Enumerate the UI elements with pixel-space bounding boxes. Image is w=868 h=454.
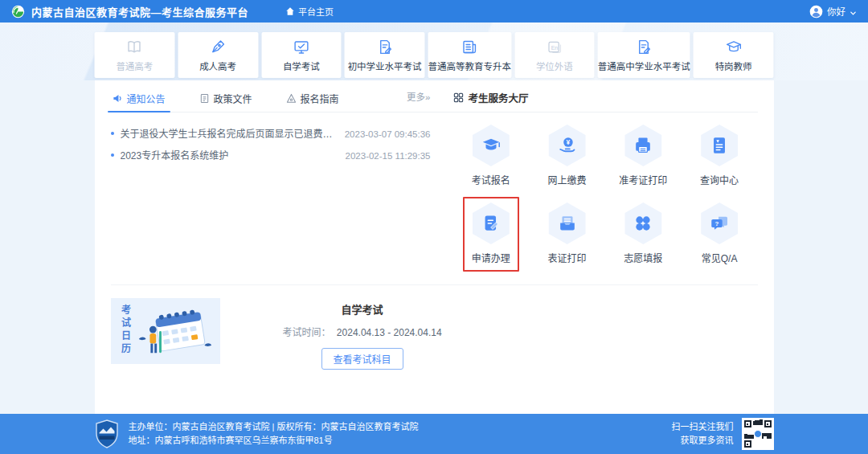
service-hall: 考试报名 ¥ 网上缴费 准考证打印 查询中心 申请办理 表证打印 志愿填报 (453, 112, 758, 272)
doc-s-icon (199, 93, 210, 104)
notice-tab[interactable]: 政策文件 (198, 87, 254, 112)
view-subjects-button[interactable]: 查看考试科目 (321, 348, 403, 370)
service-label: 网上缴费 (548, 173, 587, 186)
doc-f-icon (698, 125, 740, 166)
exam-tab[interactable]: 普通高等教育专升本 (428, 32, 512, 78)
book-icon (126, 39, 143, 55)
exam-calendar-info: 自学考试 考试时间： 2024.04.13 - 2024.04.14 查看考试科… (283, 298, 442, 370)
calendar-exam-name: 自学考试 (283, 301, 442, 317)
service-label: 志愿填报 (624, 251, 662, 264)
site-logo-icon (11, 5, 25, 18)
exam-tab[interactable]: 自学考试 (261, 32, 342, 78)
service-item[interactable]: 查询中心 (682, 119, 758, 194)
footer-address-line: 地址：内蒙古呼和浩特市赛罕区乌兰察布东街甲81号 (129, 434, 419, 448)
notice-title: 2023专升本报名系统维护 (121, 148, 336, 162)
exam-time-label: 考试时间： (283, 327, 331, 338)
footer: 主办单位：内蒙古自治区教育考试院 | 版权所有：内蒙古自治区教育考试院 地址：内… (0, 414, 868, 454)
qr-caption-2: 获取更多资讯 (672, 434, 734, 448)
more-link[interactable]: 更多» (407, 90, 430, 109)
notice-item[interactable]: 关于退役大学生士兵报名完成后页面显示已退费的问题修复通知 2023-03-07 … (111, 122, 431, 144)
exam-type-tabs: 普通高考 成人高考 自学考试 初中学业水平考试 普通高等教育专升本 En 学位外… (95, 32, 774, 78)
exam-tab[interactable]: 普通高考 (95, 32, 175, 78)
qr-caption-1: 扫一扫关注我们 (672, 420, 734, 434)
qr-code (742, 418, 774, 450)
home-link[interactable]: 平台主页 (285, 5, 334, 18)
bullet-dot (111, 153, 114, 157)
notice-date: 2023-02-15 11:29:35 (346, 151, 431, 161)
news-icon (461, 39, 478, 55)
user-avatar-icon (809, 5, 823, 18)
tray-icon (547, 202, 588, 244)
grid-icon (453, 92, 464, 103)
site-title: 内蒙古自治区教育考试院—考生综合服务平台 (31, 4, 248, 19)
notice-item[interactable]: 2023专升本报名系统维护 2023-02-15 11:29:35 (111, 144, 431, 166)
hero-band: 普通高考 成人高考 自学考试 初中学业水平考试 普通高等教育专升本 En 学位外… (0, 22, 868, 80)
calendar-illustration (133, 305, 217, 359)
flower-icon (622, 202, 664, 244)
service-label: 表证打印 (548, 251, 587, 264)
notice-tab[interactable]: 通知公告 (111, 87, 167, 112)
qa-icon: ? (698, 202, 740, 244)
grad-cap-o-icon (725, 39, 742, 55)
service-item[interactable]: 考试报名 (453, 119, 530, 194)
service-item[interactable]: 志愿填报 (605, 197, 682, 272)
exam-tab[interactable]: 普通高中学业水平考试 (598, 32, 690, 78)
apply-icon (470, 202, 512, 244)
exam-calendar-label: 考试日历 (119, 305, 133, 359)
en-icon: En (546, 39, 563, 55)
guide-icon (286, 93, 297, 104)
pen-icon (210, 39, 227, 55)
svg-text:?: ? (715, 220, 719, 227)
service-label: 申请办理 (472, 251, 510, 264)
service-item[interactable]: ? 常见Q/A (682, 197, 758, 272)
notice-title: 关于退役大学生士兵报名完成后页面显示已退费的问题修复通知 (121, 126, 335, 140)
calendar-exam-time: 考试时间： 2024.04.13 - 2024.04.14 (283, 325, 442, 338)
monitor-icon (293, 39, 309, 55)
user-greeting: 你好 (827, 5, 845, 18)
service-label: 查询中心 (700, 173, 739, 186)
home-icon (285, 6, 295, 16)
service-label: 考试报名 (472, 173, 510, 186)
shield-badge-icon (95, 419, 119, 448)
footer-qr-text: 扫一扫关注我们 获取更多资讯 (672, 420, 734, 448)
notice-tab[interactable]: 报名指南 (285, 87, 341, 112)
notice-date: 2023-03-07 09:45:36 (345, 129, 431, 139)
printer-icon (622, 125, 664, 166)
main-panel: 通知公告 政策文件 报名指南 更多» 考生服务大厅 关于退役大学生士兵报名完成后… (95, 80, 774, 414)
exam-time-value: 2024.04.13 - 2024.04.14 (337, 327, 442, 338)
service-grid: 考试报名 ¥ 网上缴费 准考证打印 查询中心 申请办理 表证打印 志愿填报 (453, 119, 758, 272)
svg-text:¥: ¥ (566, 138, 570, 146)
service-hall-title: 考生服务大厅 (469, 90, 529, 105)
exam-tab[interactable]: En 学位外语 (514, 32, 595, 78)
pay-icon: ¥ (547, 125, 588, 166)
doc-pen-icon (636, 39, 653, 55)
exam-tab[interactable]: 成人高考 (178, 32, 258, 78)
notice-list: 关于退役大学生士兵报名完成后页面显示已退费的问题修复通知 2023-03-07 … (111, 112, 431, 272)
chevron-down-icon (850, 8, 857, 15)
notice-tab-bar: 通知公告 政策文件 报名指南 更多» (111, 87, 431, 112)
footer-text: 主办单位：内蒙古自治区教育考试院 | 版权所有：内蒙古自治区教育考试院 地址：内… (129, 420, 419, 448)
section-headers: 通知公告 政策文件 报名指南 更多» 考生服务大厅 (111, 87, 758, 112)
content-columns: 关于退役大学生士兵报名完成后页面显示已退费的问题修复通知 2023-03-07 … (111, 112, 758, 272)
service-item[interactable]: 表证打印 (529, 197, 605, 272)
top-header: 内蒙古自治区教育考试院—考生综合服务平台 平台主页 你好 (0, 0, 868, 22)
exam-tab[interactable]: 特岗教师 (694, 32, 774, 78)
service-label: 常见Q/A (702, 251, 738, 264)
service-item[interactable]: 申请办理 (453, 197, 530, 272)
bullet-dot (111, 132, 114, 135)
footer-org-line: 主办单位：内蒙古自治区教育考试院 | 版权所有：内蒙古自治区教育考试院 (129, 420, 419, 434)
doc-pen-icon (376, 39, 393, 55)
exam-tab[interactable]: 初中学业水平考试 (345, 32, 425, 78)
user-menu[interactable]: 你好 (809, 5, 857, 18)
page: 内蒙古自治区教育考试院—考生综合服务平台 平台主页 你好 普通高考 成人高考 自… (0, 0, 868, 454)
service-item[interactable]: 准考证打印 (605, 119, 682, 194)
service-hall-header: 考生服务大厅 (453, 90, 758, 112)
service-label: 准考证打印 (619, 173, 667, 186)
svg-text:En: En (551, 44, 559, 50)
grad-cap-f-icon (470, 125, 512, 166)
exam-calendar-section: 考试日历 (111, 285, 758, 370)
service-item[interactable]: ¥ 网上缴费 (529, 119, 605, 194)
horn-icon (113, 93, 123, 104)
exam-calendar-card: 考试日历 (111, 298, 220, 364)
home-link-label: 平台主页 (298, 5, 334, 18)
